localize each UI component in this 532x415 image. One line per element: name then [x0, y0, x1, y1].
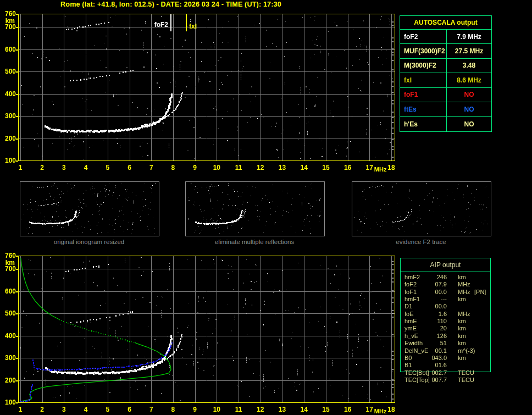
aip-row: h_vE126km	[401, 333, 490, 340]
autoscala-table-header: AUTOSCALA output	[400, 16, 491, 30]
aip-row: Ewidth51km	[401, 340, 490, 347]
aip-row: TEC[Top]007.7TECU	[401, 377, 490, 384]
param-name: ftEs	[400, 102, 447, 116]
thumbnail-label-evidence: evidence F2 trace	[351, 239, 491, 245]
aip-row-unit: MHz	[458, 281, 470, 287]
aip-row: foF100.0MHz[PN]	[401, 289, 490, 296]
aip-row: B101.6	[401, 362, 490, 369]
param-value: 3.48	[447, 59, 491, 73]
thumbnail-evidence-canvas	[352, 182, 490, 235]
param-name: M(3000)F2	[400, 59, 447, 73]
aip-row-label: hmF2	[404, 274, 420, 280]
aip-row-label: D1	[404, 303, 412, 309]
aip-row: ymE20km	[401, 325, 490, 332]
param-value: 27.5 MHz	[447, 44, 491, 58]
thumbnail-eliminate-canvas	[186, 182, 323, 235]
autoscala-row: foF27.9 MHz	[400, 30, 491, 44]
aip-row-label: hmE	[404, 318, 417, 324]
aip-row: foF207.9MHz	[401, 281, 490, 288]
aip-row-extra: [PN]	[474, 289, 486, 295]
aip-row: hmE110km	[401, 318, 490, 325]
aip-row-value: 007.7	[420, 377, 447, 383]
aip-row-unit: km	[458, 355, 466, 361]
autoscala-screen: Rome (lat: +41.8, lon: 012.5) - DATE: 20…	[0, 0, 532, 415]
param-value: NO	[447, 88, 491, 102]
aip-row-value: ---	[420, 296, 447, 302]
aip-row: TEC[Bot]002.7TECU	[401, 369, 490, 377]
aip-row-value: 20	[420, 325, 447, 331]
aip-row-label: foE	[404, 311, 414, 317]
aip-row-value: 00.0	[420, 289, 447, 295]
param-name: foF1	[400, 88, 447, 102]
param-name: MUF(3000)F2	[400, 44, 447, 58]
aip-row-unit: km	[458, 325, 466, 331]
aip-row-unit: km	[458, 318, 466, 324]
thumbnail-original-canvas	[20, 182, 158, 235]
param-name: h'Es	[400, 117, 447, 131]
thumbnail-original-ionogram	[20, 181, 159, 236]
aip-row: B0043.0km	[401, 355, 490, 362]
aip-row-unit: TECU	[458, 377, 474, 383]
autoscala-row: MUF(3000)F227.5 MHz	[400, 44, 491, 58]
aip-row-label: B1	[404, 362, 412, 368]
autoscala-row: M(3000)F23.48	[400, 59, 491, 73]
thumbnail-evidence-f2	[352, 181, 491, 236]
aip-row-value: 00.1	[420, 347, 447, 354]
aip-row-unit: km	[458, 296, 466, 302]
aip-row: DelN_vE00.1m^(-3)	[401, 347, 490, 355]
aip-row-value: 1.6	[420, 311, 447, 317]
aip-row-value: 043.0	[420, 355, 447, 361]
autoscala-row: h'EsNO	[400, 117, 491, 131]
aip-row-value: 002.7	[420, 369, 447, 376]
aip-row: hmF1---km	[401, 296, 490, 303]
aip-row: foE1.6MHz	[401, 311, 490, 318]
thumbnail-label-original: original ionogram resized	[19, 239, 159, 245]
aip-row-label: h_vE	[404, 333, 418, 339]
aip-row-label: foF1	[404, 289, 417, 295]
autoscala-row: fxI8.6 MHz	[400, 73, 491, 87]
aip-row-value: 246	[420, 274, 447, 280]
param-value: NO	[447, 102, 491, 116]
aip-row-value: 126	[420, 333, 447, 339]
param-value: 8.6 MHz	[447, 73, 491, 87]
autoscala-row: ftEsNO	[400, 102, 491, 117]
thumbnail-label-eliminate: eliminate multiple reflections	[185, 239, 324, 245]
aip-row-label: hmF1	[404, 296, 420, 302]
autoscala-table: AUTOSCALA output foF27.9 MHzMUF(3000)F22…	[400, 15, 492, 132]
param-name: foF2	[400, 30, 447, 43]
param-value: NO	[447, 117, 491, 131]
aip-row-value: 110	[420, 318, 447, 324]
aip-row-value: 01.6	[420, 362, 447, 368]
aip-table: AIP output hmF2246kmfoF207.9MHzfoF100.0M…	[400, 258, 491, 372]
page-title: Rome (lat: +41.8, lon: 012.5) - DATE: 20…	[0, 1, 342, 8]
aip-row-label: B0	[404, 355, 412, 361]
aip-row-label: foF2	[404, 281, 417, 287]
aip-row-unit: m^(-3)	[458, 347, 475, 354]
aip-row: hmF2246km	[401, 274, 490, 281]
aip-row-unit: TECU	[458, 369, 474, 376]
aip-row-unit: km	[458, 274, 466, 280]
aip-row-unit: km	[458, 340, 466, 346]
aip-row-label: ymE	[404, 325, 417, 331]
param-value: 7.9 MHz	[447, 30, 491, 43]
thumbnail-eliminate-reflections	[185, 181, 325, 236]
aip-row-unit: MHz	[458, 289, 470, 295]
aip-row-unit: km	[458, 333, 466, 339]
aip-row-value: 51	[420, 340, 447, 346]
aip-row-unit: MHz	[458, 311, 470, 317]
bottom-ionogram-chart	[0, 252, 401, 414]
aip-row: D100.0	[401, 303, 490, 310]
autoscala-row: foF1NO	[400, 88, 491, 102]
aip-row-value: 00.0	[420, 303, 447, 309]
aip-table-header: AIP output	[401, 258, 490, 272]
top-ionogram-chart	[0, 10, 401, 173]
param-name: fxI	[400, 73, 447, 87]
aip-row-value: 07.9	[420, 281, 447, 287]
